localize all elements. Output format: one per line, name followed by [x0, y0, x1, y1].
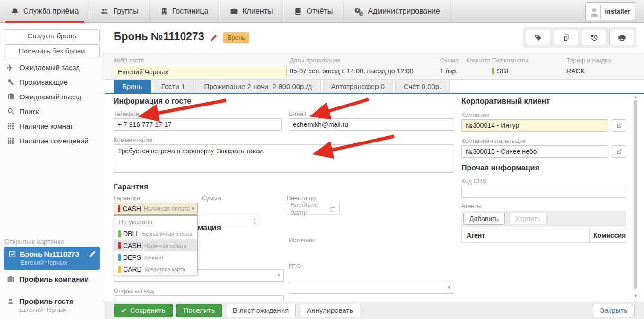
edit-title-pencil-icon[interactable] — [210, 34, 218, 42]
action-bar: Сохранить Поселить В лист ожидания Аннул… — [105, 301, 644, 319]
nav-item-administration[interactable]: Администрирование — [344, 0, 451, 22]
copy-icon — [562, 34, 570, 42]
vertical-scrollbar[interactable]: ▲ ▼ — [633, 94, 638, 301]
option-code: CARD — [123, 266, 142, 273]
sum-label: Сумма — [202, 195, 221, 202]
checkin-no-booking-button[interactable]: Поселить без брони — [4, 44, 100, 57]
tab-booking[interactable]: Бронь — [114, 80, 151, 93]
guarantee-color-bar — [118, 205, 120, 212]
nav-item-groups[interactable]: Группы — [89, 0, 149, 22]
create-booking-button[interactable]: Создать бронь — [4, 29, 100, 42]
tab-transfer[interactable]: Автотрансфер 0 — [323, 80, 393, 93]
open-code-input[interactable] — [114, 295, 284, 301]
chevron-down-icon: ▾ — [448, 284, 450, 291]
guarantee-code: CASH — [123, 205, 141, 213]
card-subtitle: Евгений Черных — [20, 259, 96, 266]
booking-tabs: Бронь Гости 1 Проживание 2 ночи 2 800,00… — [105, 80, 644, 94]
dropdown-option-card[interactable]: CARD Кредитная карта — [114, 263, 197, 275]
room-label: Комната — [466, 57, 490, 64]
sidebar-item-room-availability[interactable]: Наличие комнат — [0, 119, 105, 133]
comment-label: Комментарий — [114, 136, 152, 143]
sidebar-item-label: Наличие помещений — [19, 137, 88, 145]
user-menu[interactable]: installer — [585, 2, 635, 20]
due-date-input[interactable]: Введите дату — [287, 203, 340, 215]
dropdown-option-none[interactable]: Не указана — [114, 216, 197, 228]
checkin-button[interactable]: Поселить — [176, 304, 222, 317]
pencil-icon[interactable] — [89, 250, 96, 257]
remove-agent-button[interactable]: Удалить — [509, 213, 547, 225]
open-company-button[interactable] — [612, 119, 626, 132]
booking-form: Информация о госте Телефон E-mail Коммен… — [105, 94, 644, 301]
tab-guests[interactable]: Гости 1 — [153, 80, 194, 93]
close-button[interactable]: Закрыть — [593, 304, 635, 317]
option-color-bar — [118, 230, 121, 237]
email-input[interactable] — [289, 118, 454, 131]
room-type-color-bar — [492, 68, 494, 74]
copy-button[interactable] — [554, 30, 578, 45]
company-input[interactable] — [461, 119, 608, 132]
grid-icon — [7, 123, 15, 130]
waitlist-button[interactable]: В лист ожидания — [226, 304, 296, 317]
page-header: Бронь №1110273 Бронь — [105, 23, 644, 53]
sidebar-item-residents[interactable]: Проживающие — [0, 75, 105, 89]
stay-dates-label: Даты проживания — [290, 57, 414, 64]
scheme-label: Схема — [440, 57, 459, 64]
dropdown-option-cash[interactable]: CASH Наличная оплата — [114, 239, 197, 251]
room-type-label: Тип комнаты — [492, 57, 529, 64]
sidebar-card-booking[interactable]: Бронь №1110273 Евгений Черных — [4, 247, 100, 270]
print-button[interactable] — [609, 30, 634, 45]
dropdown-option-dbll[interactable]: DBLL Безналичная оплата — [114, 228, 197, 239]
sidebar-item-space-availability[interactable]: Наличие помещений — [0, 133, 105, 148]
nav-item-reception[interactable]: Служба приёма — [0, 0, 89, 22]
save-button[interactable]: Сохранить — [114, 304, 173, 317]
user-name: installer — [605, 8, 630, 15]
comment-textarea[interactable]: Требуется встреча в аэропорту. Заказать … — [114, 144, 454, 173]
nav-item-hotel[interactable]: Гостиница — [150, 0, 220, 22]
tariff-label: Тариф и скидка — [566, 57, 611, 64]
guest-name-label: ФИО гостя — [114, 57, 287, 64]
sidebar-card-company-profile[interactable]: Профиль компании — [0, 275, 105, 283]
agent-column-header: Агент — [462, 228, 590, 242]
dropdown-option-deps[interactable]: DEPS Депозит — [114, 251, 197, 263]
nav-item-clients[interactable]: Клиенты — [219, 0, 283, 22]
agents-table-header: Агент Комиссия — [461, 228, 626, 243]
crs-code-input[interactable] — [461, 186, 626, 198]
sidebar-item-expected-departure[interactable]: Ожидаемый выезд — [0, 89, 105, 104]
room-type-field: Тип комнаты SGL — [492, 57, 529, 75]
card-title: Бронь №1110273 — [20, 250, 79, 258]
scroll-up-icon[interactable]: ▲ — [634, 95, 638, 99]
tags-button[interactable] — [526, 30, 550, 45]
sidebar-item-search[interactable]: Поиск — [0, 104, 105, 118]
scroll-down-icon[interactable]: ▼ — [634, 293, 638, 298]
guest-name-field: ФИО гостя — [114, 57, 287, 78]
annul-button[interactable]: Аннулировать — [300, 304, 360, 317]
guarantee-select[interactable]: CASH Наличная оплата ▾ — [114, 203, 198, 215]
scrollbar-thumb[interactable] — [634, 100, 637, 289]
sidebar-item-expected-arrival[interactable]: Ожидаемый заезд — [0, 60, 105, 74]
agents-toolbar: Добавить Удалить — [461, 211, 626, 227]
printer-icon — [618, 34, 626, 42]
guarantee-dropdown: Не указана DBLL Безналичная оплата CASH … — [114, 215, 198, 275]
payer-company-input[interactable] — [461, 145, 608, 158]
sidebar-card-guest-profile[interactable]: Профиль гостя Евгений Черных — [0, 297, 105, 313]
source-select[interactable]: ▾ — [289, 282, 454, 294]
history-button[interactable] — [582, 30, 606, 45]
calendar-icon — [330, 206, 336, 212]
phone-input[interactable] — [114, 118, 282, 131]
save-label: Сохранить — [130, 306, 166, 314]
tab-stay[interactable]: Проживание 2 ночи 2 800,00р./д — [195, 80, 320, 93]
search-icon — [7, 107, 15, 115]
booking-summary-strip: ФИО гостя Даты проживания 05-07 сен, зае… — [105, 53, 644, 80]
tab-invoice[interactable]: Счёт 0,00р. — [395, 80, 450, 93]
guest-info-heading: Информация о госте — [114, 97, 191, 106]
geo-label: ГЕО — [289, 263, 301, 270]
add-agent-button[interactable]: Добавить — [463, 213, 505, 225]
card-title: Профиль гостя — [19, 297, 73, 305]
spinner-arrows-icon[interactable]: ▴▾ — [253, 216, 256, 226]
guest-name-input[interactable] — [114, 66, 287, 78]
stay-dates-field: Даты проживания 05-07 сен, заезд с 14:00… — [290, 57, 414, 75]
guarantee-heading: Гарантия — [114, 183, 148, 191]
open-payer-button[interactable] — [612, 145, 626, 158]
nav-item-reports[interactable]: Отчёты — [283, 0, 344, 22]
sidebar-item-label: Ожидаемый заезд — [19, 63, 80, 71]
